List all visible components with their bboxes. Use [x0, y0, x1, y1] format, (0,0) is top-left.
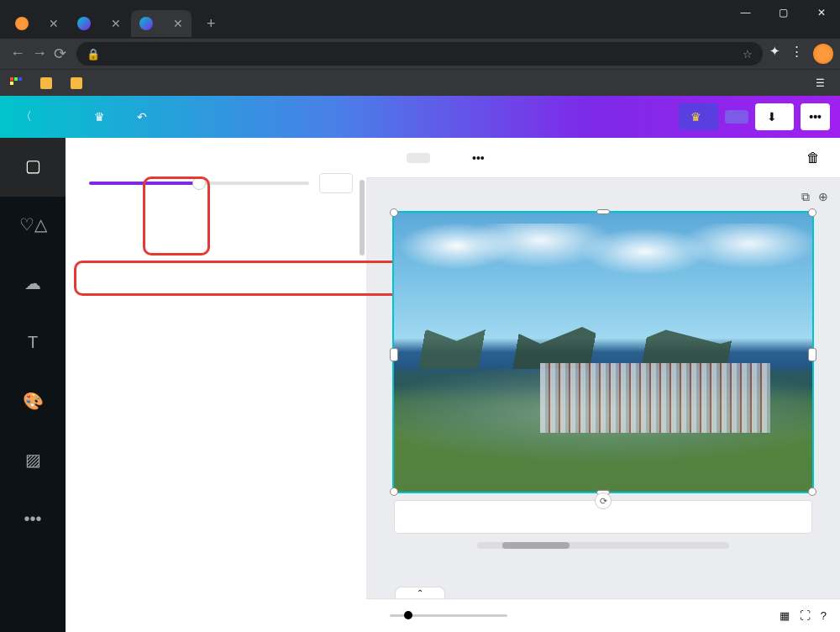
sidebar-item-templates[interactable]: ▢: [0, 138, 66, 197]
canvas-area: ••• 🗑 ⧉ ⊕: [366, 138, 840, 632]
tab-lumpics[interactable]: ✕: [7, 10, 67, 37]
bookmarks-bar: ☰: [0, 69, 840, 96]
effects-tab[interactable]: [380, 153, 403, 163]
tab-canva-home[interactable]: ✕: [69, 10, 129, 37]
extension-icon[interactable]: ✦: [769, 44, 780, 64]
resize-handle[interactable]: [596, 209, 610, 214]
reading-list-button[interactable]: ☰: [816, 77, 830, 89]
sidebar: ▢ ♡△ ☁ T 🎨 ▨ •••: [0, 138, 66, 632]
text-icon: T: [28, 333, 38, 352]
more-button[interactable]: •••: [801, 103, 830, 130]
list-icon: ☰: [816, 77, 825, 89]
adjust-tab[interactable]: [433, 153, 457, 163]
cloud-upload-icon: ☁: [24, 273, 41, 293]
sidebar-item-elements[interactable]: ♡△: [0, 197, 66, 255]
star-icon[interactable]: ☆: [743, 48, 753, 61]
intensity-row: [79, 161, 353, 205]
selected-image[interactable]: [394, 213, 812, 492]
crown-icon: ♛: [690, 110, 701, 124]
intensity-value[interactable]: [319, 173, 353, 193]
canva-header: 〈 ♛ ↶ ♛ ⬇ •••: [0, 96, 840, 138]
filter-panel: [66, 138, 366, 632]
delete-button[interactable]: 🗑: [800, 145, 827, 171]
add-page-button[interactable]: ⟳: [394, 500, 812, 534]
download-icon: ⬇: [767, 110, 777, 124]
back-button[interactable]: ←: [10, 45, 25, 63]
undo-button[interactable]: ↶: [127, 103, 157, 130]
zoom-slider[interactable]: [390, 614, 507, 617]
favicon-canva-icon: [77, 17, 91, 30]
background-icon: ▨: [25, 450, 41, 470]
close-window-button[interactable]: ✕: [802, 0, 840, 25]
favicon-canva-icon: [139, 17, 153, 30]
folder-icon: [40, 77, 52, 89]
bottom-bar: ▦ ⛶ ?: [366, 598, 840, 632]
add-page-icon[interactable]: ⊕: [818, 190, 828, 204]
download-button[interactable]: ⬇: [755, 103, 794, 130]
maximize-button[interactable]: ▢: [764, 0, 802, 25]
grid-view-icon[interactable]: ▦: [780, 609, 790, 622]
templates-icon: ▢: [25, 155, 41, 176]
panel-title: [66, 138, 366, 161]
close-tab-icon[interactable]: ✕: [111, 17, 121, 30]
lock-icon: 🔒: [87, 48, 100, 61]
bookmark-lumpics[interactable]: [40, 77, 57, 89]
forward-button[interactable]: →: [32, 45, 47, 63]
sidebar-item-more[interactable]: •••: [0, 491, 66, 550]
filter-tab[interactable]: [407, 153, 430, 163]
close-tab-icon[interactable]: ✕: [49, 17, 59, 30]
palette-icon: 🎨: [23, 391, 44, 411]
reload-button[interactable]: ⟳: [54, 45, 66, 63]
more-icon: •••: [24, 509, 41, 529]
bookmark-google[interactable]: [71, 77, 87, 89]
horizontal-scrollbar[interactable]: [477, 542, 729, 549]
sidebar-item-background[interactable]: ▨: [0, 432, 66, 491]
share-button[interactable]: [725, 110, 748, 124]
menu-icon[interactable]: ⋮: [790, 44, 803, 64]
resize-button[interactable]: ♛: [84, 103, 120, 130]
grid-icon: [10, 77, 22, 89]
close-tab-icon[interactable]: ✕: [173, 17, 183, 30]
minimize-button[interactable]: —: [727, 0, 764, 25]
address-bar[interactable]: 🔒 ☆: [76, 42, 763, 66]
intensity-slider[interactable]: [89, 182, 309, 185]
resize-handle[interactable]: [808, 348, 816, 361]
sidebar-item-text[interactable]: T: [0, 314, 66, 373]
tab-canva-design[interactable]: ✕: [131, 10, 192, 37]
profile-avatar[interactable]: [813, 44, 833, 64]
resize-handle[interactable]: [390, 208, 398, 217]
home-button[interactable]: 〈: [10, 103, 50, 131]
address-bar-row: ← → ⟳ 🔒 ☆ ✦ ⋮: [0, 39, 840, 69]
resize-handle[interactable]: [808, 487, 816, 496]
crown-icon: ♛: [94, 110, 105, 124]
favicon-orange-icon: [15, 17, 29, 30]
resize-handle[interactable]: [390, 487, 398, 496]
bookmark-services[interactable]: [10, 77, 27, 89]
fullscreen-icon[interactable]: ⛶: [800, 609, 811, 622]
elements-icon: ♡△: [19, 214, 47, 234]
sidebar-item-styles[interactable]: 🎨: [0, 373, 66, 432]
folder-icon: [71, 77, 82, 89]
file-menu[interactable]: [57, 110, 77, 124]
design-canvas[interactable]: [394, 213, 812, 492]
sidebar-item-uploads[interactable]: ☁: [0, 255, 66, 314]
refresh-icon[interactable]: ⟳: [595, 492, 612, 509]
panel-scrollbar[interactable]: [360, 180, 365, 432]
get-pro-button[interactable]: ♛: [679, 103, 718, 130]
new-tab-button[interactable]: +: [200, 12, 223, 36]
more-toolbar-button[interactable]: •••: [460, 146, 496, 170]
duplicate-page-icon[interactable]: ⧉: [801, 190, 810, 204]
canvas-toolbar: ••• 🗑: [366, 138, 840, 178]
resize-handle[interactable]: [390, 348, 398, 361]
resize-handle[interactable]: [808, 208, 816, 217]
collapse-tab[interactable]: ⌃: [395, 587, 445, 598]
undo-icon: ↶: [137, 110, 147, 124]
browser-tabs: ✕ ✕ ✕ +: [0, 8, 840, 39]
chevron-left-icon: 〈: [20, 109, 32, 124]
window-controls: — ▢ ✕: [727, 0, 840, 34]
help-icon[interactable]: ?: [821, 609, 827, 622]
